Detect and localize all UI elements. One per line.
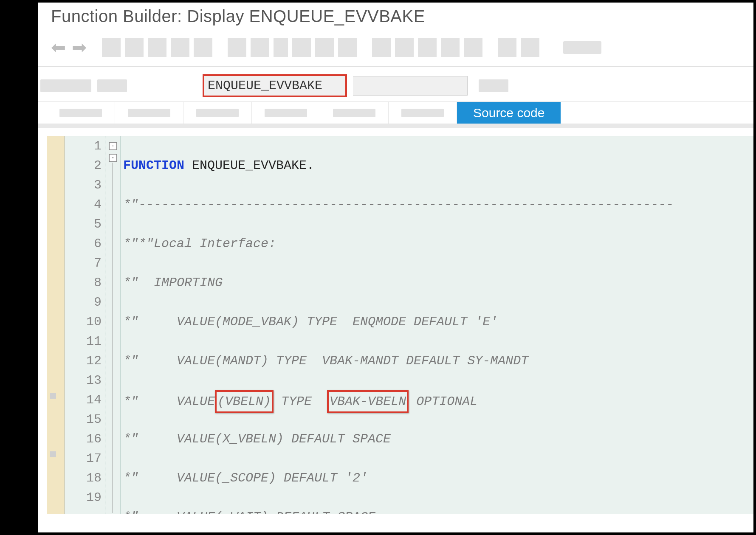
terminator: . (307, 158, 314, 173)
line-number: 15 (65, 410, 102, 429)
toolbar-button[interactable] (395, 38, 414, 57)
tabs-row: Source code (38, 102, 753, 124)
toolbar-button[interactable] (441, 38, 460, 57)
tab-placeholder[interactable] (115, 102, 183, 124)
function-module-name-input[interactable]: ENQUEUE_EVVBAKE (203, 74, 347, 97)
line-number: 17 (65, 449, 102, 468)
code-comment: *" VALUE(MANDT) TYPE VBAK-MANDT DEFAULT … (123, 351, 753, 371)
main-toolbar: ⬅ ➡ (38, 32, 753, 67)
modified-marker-icon (50, 393, 56, 399)
code-comment: *" VALUE(_SCOPE) DEFAULT '2' (123, 468, 753, 488)
toolbar-button[interactable] (338, 38, 357, 57)
left-black-margin (3, 3, 38, 532)
line-number: 7 (65, 253, 102, 273)
modified-marker-icon (50, 451, 56, 457)
status-placeholder (479, 79, 508, 92)
tab-source-code[interactable]: Source code (457, 102, 561, 124)
highlight-vbeln-type: VBAK-VBELN (327, 390, 409, 413)
toolbar-group-2 (228, 38, 357, 57)
toolbar-button[interactable] (292, 38, 311, 57)
toolbar-button[interactable] (464, 38, 482, 57)
highlight-vbeln-param: (VBELN) (215, 390, 274, 413)
code-text-area[interactable]: FUNCTION ENQUEUE_EVVBAKE. *"------------… (121, 136, 753, 514)
line-number: 18 (65, 468, 102, 488)
fold-toggle-icon[interactable]: - (109, 154, 117, 162)
code-comment: *" IMPORTING (123, 273, 753, 293)
toolbar-group-1 (102, 38, 212, 57)
line-number: 19 (65, 488, 102, 507)
tab-placeholder[interactable] (252, 102, 320, 124)
line-number: 6 (65, 234, 102, 253)
toolbar-button[interactable] (171, 38, 189, 57)
label-placeholder (97, 79, 127, 92)
line-number: 4 (65, 195, 102, 214)
line-number: 16 (65, 429, 102, 449)
line-number: 8 (65, 273, 102, 293)
line-number: 11 (65, 332, 102, 351)
function-module-name-tail (353, 76, 468, 96)
toolbar-button[interactable] (194, 38, 212, 57)
label-placeholder (40, 79, 91, 92)
code-comment: *" VALUE(_WAIT) DEFAULT SPACE (123, 507, 753, 514)
line-number: 1 (65, 136, 102, 156)
line-number: 5 (65, 214, 102, 234)
tab-placeholder[interactable] (389, 102, 457, 124)
line-number: 2 (65, 156, 102, 175)
toolbar-button[interactable] (315, 38, 334, 57)
toolbar-button[interactable] (228, 38, 246, 57)
window-frame: Function Builder: Display ENQUEUE_EVVBAK… (0, 0, 756, 535)
line-number: 3 (65, 175, 102, 195)
code-editor: 1 2 3 4 5 6 7 8 9 10 11 12 13 14 15 16 1… (47, 136, 753, 514)
toolbar-button[interactable] (372, 38, 391, 57)
line-number: 12 (65, 351, 102, 371)
toolbar-button[interactable] (274, 38, 288, 57)
line-number: 13 (65, 371, 102, 390)
toolbar-button[interactable] (125, 38, 144, 57)
toolbar-button[interactable] (521, 38, 539, 57)
code-comment: *" VALUE(VBELN) TYPE VBAK-VBELN OPTIONAL (123, 390, 753, 410)
toolbar-button[interactable] (418, 38, 437, 57)
code-comment: *" VALUE(MODE_VBAK) TYPE ENQMODE DEFAULT… (123, 312, 753, 332)
gutter-line-numbers: 1 2 3 4 5 6 7 8 9 10 11 12 13 14 15 16 1… (65, 136, 105, 514)
code-comment: *"--------------------------------------… (123, 195, 753, 214)
toolbar-button[interactable] (148, 38, 166, 57)
tab-placeholder[interactable] (320, 102, 389, 124)
toolbar-button-long[interactable] (563, 41, 601, 54)
code-comment: *"*"Local Interface: (123, 234, 753, 253)
gutter-fold: - - (105, 136, 121, 514)
toolbar-button[interactable] (498, 38, 516, 57)
tabs-bottom-strip (38, 124, 753, 128)
page-title: Function Builder: Display ENQUEUE_EVVBAK… (38, 3, 753, 32)
fold-toggle-icon[interactable]: - (109, 142, 117, 150)
back-arrow-icon[interactable]: ⬅ (51, 37, 66, 58)
line-number: 10 (65, 312, 102, 332)
keyword-function: FUNCTION (123, 158, 184, 173)
content-area: Function Builder: Display ENQUEUE_EVVBAK… (38, 3, 753, 532)
fold-guide-line (113, 163, 113, 513)
line-number: 9 (65, 293, 102, 312)
toolbar-button[interactable] (251, 38, 269, 57)
tab-placeholder[interactable] (183, 102, 252, 124)
toolbar-group-3 (372, 38, 482, 57)
tab-placeholder[interactable] (47, 102, 115, 124)
toolbar-group-4 (498, 38, 539, 57)
function-name-text: ENQUEUE_EVVBAKE (184, 158, 307, 173)
gutter-status (47, 136, 65, 514)
line-number: 14 (65, 390, 102, 410)
toolbar-button[interactable] (102, 38, 121, 57)
code-comment: *" VALUE(X_VBELN) DEFAULT SPACE (123, 429, 753, 449)
forward-arrow-icon[interactable]: ➡ (72, 37, 87, 58)
function-name-row: ENQUEUE_EVVBAKE (38, 67, 753, 102)
